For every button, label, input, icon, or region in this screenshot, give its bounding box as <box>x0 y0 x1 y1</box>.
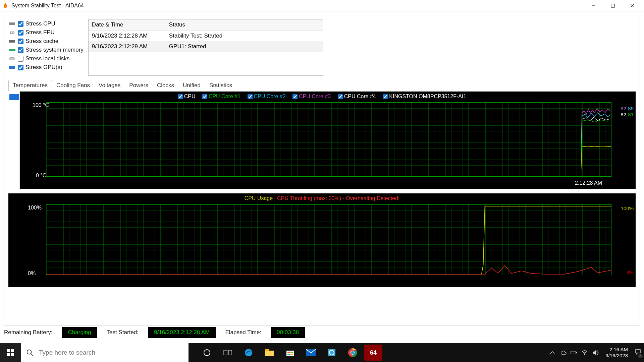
status-row: Remaining Battery: Charging Test Started… <box>4 326 640 339</box>
tab-voltages[interactable]: Voltages <box>94 80 125 91</box>
close-button[interactable] <box>623 0 642 11</box>
ms-store-icon[interactable] <box>281 345 299 361</box>
svg-point-19 <box>245 349 252 356</box>
svg-rect-21 <box>265 349 269 351</box>
disk-icon <box>8 56 16 61</box>
legend-toggle-cpu[interactable] <box>178 94 183 99</box>
svg-rect-1 <box>611 4 614 7</box>
taskbar-clock[interactable]: 2:16 AM 9/16/2023 <box>605 347 628 359</box>
stress-disks-checkbox[interactable]: Stress local disks <box>8 55 84 62</box>
stress-gpu-checkbox[interactable]: Stress GPU(s) <box>8 64 84 71</box>
elapsed-label: Elapsed Time: <box>225 329 261 336</box>
legend-label: CPU Core #3 <box>299 94 331 99</box>
stress-label: Stress FPU <box>25 29 55 36</box>
tab-cooling-fans[interactable]: Cooling Fans <box>52 80 94 91</box>
event-log-table: Date & Time Status 9/16/2023 2:12:28 AM … <box>88 19 323 76</box>
minimize-button[interactable] <box>584 0 603 11</box>
graph-scrollbar[interactable] <box>8 92 20 189</box>
stress-label: Stress GPU(s) <box>25 64 62 71</box>
wifi-tray-icon[interactable] <box>581 349 588 356</box>
clock-time: 2:16 AM <box>605 347 628 353</box>
svg-rect-25 <box>287 354 290 355</box>
maximize-button[interactable] <box>603 0 623 11</box>
tab-clocks[interactable]: Clocks <box>153 80 178 91</box>
log-row[interactable]: 9/16/2023 2:12:28 AM Stability Test: Sta… <box>89 31 323 41</box>
action-center-icon[interactable]: 3 <box>635 349 641 357</box>
stress-memory-checkbox[interactable]: Stress system memory <box>8 47 84 53</box>
main-frame: Stress CPU 123 Stress FPU Stress cache S… <box>4 15 640 326</box>
stress-label: Stress cache <box>25 38 58 45</box>
stress-label: Stress local disks <box>25 55 69 62</box>
log-header-status: Status <box>166 19 323 30</box>
legend-toggle-core4[interactable] <box>338 94 343 99</box>
app-icon-generic[interactable] <box>323 345 341 361</box>
stress-cache-checkbox[interactable]: Stress cache <box>8 38 84 45</box>
tab-statistics[interactable]: Statistics <box>205 80 236 91</box>
battery-label: Remaining Battery: <box>4 329 53 336</box>
taskbar-search[interactable] <box>21 343 189 362</box>
legend-toggle-core2[interactable] <box>248 94 253 99</box>
temp-timestamp: 2:12:28 AM <box>575 180 602 186</box>
svg-line-15 <box>31 354 33 356</box>
svg-rect-34 <box>576 352 577 353</box>
stress-label: Stress system memory <box>25 47 84 53</box>
chevron-up-icon[interactable] <box>549 349 556 356</box>
legend-toggle-core3[interactable] <box>292 94 298 99</box>
task-view-icon[interactable] <box>219 345 237 361</box>
svg-rect-5 <box>9 40 15 43</box>
svg-rect-11 <box>11 349 14 352</box>
svg-rect-10 <box>7 349 10 352</box>
window-titlebar: System Stability Test - AIDA64 <box>0 0 644 11</box>
svg-rect-26 <box>290 354 293 355</box>
app-icon <box>2 2 9 9</box>
notification-badge: 3 <box>638 354 643 358</box>
temperature-graph-panel: CPU CPU Core #1 CPU Core #2 CPU Core #3 … <box>8 92 636 189</box>
search-input[interactable] <box>39 349 183 356</box>
gpu-icon <box>8 65 16 70</box>
svg-point-14 <box>27 350 32 354</box>
temperature-legend: CPU CPU Core #1 CPU Core #2 CPU Core #3 … <box>8 94 636 100</box>
chrome-icon[interactable] <box>343 345 362 361</box>
svg-rect-13 <box>11 353 14 356</box>
tab-unified[interactable]: Unified <box>178 80 205 91</box>
usage-title: CPU Usage <box>245 195 273 201</box>
temp-readouts: 92 89 82 81 <box>621 106 634 118</box>
cpu-chip-icon <box>8 21 16 26</box>
log-cell-status: GPU1: Started <box>166 41 323 52</box>
started-label: Test Started: <box>107 329 139 336</box>
svg-rect-4 <box>9 22 15 25</box>
stress-cpu-checkbox[interactable]: Stress CPU <box>8 20 84 27</box>
onedrive-tray-icon[interactable] <box>560 349 567 356</box>
svg-rect-6 <box>9 49 15 51</box>
legend-toggle-kingston[interactable] <box>383 94 388 99</box>
legend-toggle-core1[interactable] <box>202 94 207 99</box>
cortana-icon[interactable] <box>198 345 216 361</box>
fpu-icon: 123 <box>8 30 16 35</box>
temp-grid <box>46 102 611 177</box>
battery-value: Charging <box>62 327 97 338</box>
svg-rect-24 <box>290 352 293 353</box>
start-menu-button[interactable] <box>0 343 21 362</box>
aida64-taskbar-icon[interactable]: 64 <box>364 345 382 361</box>
svg-rect-20 <box>265 351 274 356</box>
stress-label: Stress CPU <box>25 20 55 27</box>
tab-temperatures[interactable]: Temperatures <box>8 80 52 91</box>
usage-axis-max: 100% <box>28 205 42 211</box>
cache-icon <box>8 39 16 44</box>
battery-tray-icon[interactable] <box>571 349 577 356</box>
file-explorer-icon[interactable] <box>260 345 278 361</box>
legend-label: CPU Core #2 <box>254 94 286 99</box>
search-icon <box>26 349 34 357</box>
svg-rect-17 <box>224 350 227 355</box>
started-value: 9/16/2023 2:12:28 AM <box>148 327 216 338</box>
log-row[interactable]: 9/16/2023 2:12:29 AM GPU1: Started <box>89 41 323 52</box>
svg-point-7 <box>9 57 15 60</box>
volume-tray-icon[interactable] <box>592 349 599 356</box>
mail-icon[interactable] <box>302 345 320 361</box>
stress-fpu-checkbox[interactable]: 123 Stress FPU <box>8 29 84 36</box>
log-header-date: Date & Time <box>89 19 166 30</box>
tab-powers[interactable]: Powers <box>125 80 153 91</box>
edge-icon[interactable] <box>239 345 258 361</box>
svg-rect-8 <box>9 66 15 69</box>
log-cell-date: 9/16/2023 2:12:28 AM <box>89 31 166 41</box>
